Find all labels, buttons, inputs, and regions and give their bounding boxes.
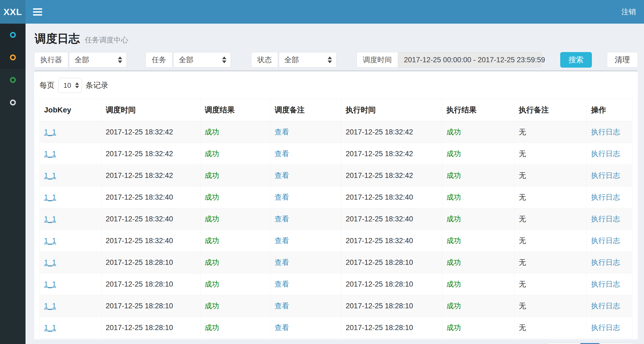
- table-row: 1_12017-12-25 18:32:42成功查看2017-12-25 18:…: [40, 165, 632, 186]
- status-select[interactable]: 全部: [279, 52, 337, 68]
- table-header-row: JobKey调度时间调度结果调度备注执行时间执行结果执行备注操作: [40, 99, 632, 121]
- trigger-msg-link[interactable]: 查看: [275, 193, 289, 201]
- executor-select[interactable]: 全部: [69, 52, 127, 68]
- page-header: 调度日志 任务调度中心: [34, 24, 638, 48]
- sidebar-item-menu-job-manage[interactable]: [0, 46, 26, 69]
- table-footer: 第 1 页 ( 总共 1 页，10 条记录 ) 上页 1 下页: [39, 339, 632, 344]
- circle-o-icon: [10, 32, 16, 38]
- jobkey-link[interactable]: 1_1: [44, 150, 56, 158]
- trigger-msg-link[interactable]: 查看: [275, 128, 289, 136]
- handle-msg-cell: 无: [514, 273, 587, 295]
- handle-msg-cell: 无: [514, 165, 587, 186]
- handle-time-cell: 2017-12-25 18:32:40: [341, 186, 442, 208]
- exec-log-link[interactable]: 执行日志: [591, 280, 620, 288]
- filter-toolbar: 执行器 全部 任务 全部 状态 全部: [34, 52, 638, 68]
- exec-log-link[interactable]: 执行日志: [591, 237, 620, 245]
- trigger-time-cell: 2017-12-25 18:32:42: [101, 165, 200, 186]
- handle-time-cell: 2017-12-25 18:32:40: [341, 230, 442, 252]
- sidebar-item-menu-job-log[interactable]: [0, 69, 26, 91]
- col-header-6: 执行备注: [514, 99, 587, 121]
- trigger-time-cell: 2017-12-25 18:32:42: [101, 121, 200, 143]
- jobkey-link[interactable]: 1_1: [44, 215, 56, 223]
- job-filter-group: 任务 全部: [146, 52, 231, 68]
- jobkey-link[interactable]: 1_1: [44, 193, 56, 201]
- logout-button[interactable]: 注销: [613, 0, 644, 24]
- exec-log-link[interactable]: 执行日志: [591, 258, 620, 266]
- exec-log-link[interactable]: 执行日志: [591, 215, 620, 223]
- jobkey-link[interactable]: 1_1: [44, 258, 56, 266]
- table-row: 1_12017-12-25 18:28:10成功查看2017-12-25 18:…: [40, 317, 632, 339]
- sidebar: [0, 24, 26, 344]
- trigger-time-cell: 2017-12-25 18:28:10: [101, 317, 200, 339]
- handle-time-cell: 2017-12-25 18:32:40: [341, 208, 442, 230]
- per-page-select[interactable]: 10: [58, 78, 82, 93]
- app-logo[interactable]: XXL: [0, 0, 26, 24]
- job-select[interactable]: 全部: [173, 52, 231, 68]
- jobkey-link[interactable]: 1_1: [44, 280, 56, 288]
- trigger-time-cell: 2017-12-25 18:28:10: [101, 273, 200, 295]
- circle-o-icon: [10, 54, 16, 60]
- trigger-msg-link[interactable]: 查看: [275, 324, 289, 332]
- table-row: 1_12017-12-25 18:32:42成功查看2017-12-25 18:…: [40, 121, 632, 143]
- sidebar-item-menu-dashboard[interactable]: [0, 24, 26, 46]
- sidebar-item-menu-executor-manage[interactable]: [0, 91, 26, 114]
- handle-result-cell: 成功: [442, 295, 514, 317]
- sidebar-toggle-icon[interactable]: [33, 7, 42, 17]
- exec-log-link[interactable]: 执行日志: [591, 171, 620, 180]
- executor-filter-label: 执行器: [34, 52, 68, 68]
- handle-msg-cell: 无: [514, 208, 587, 230]
- exec-log-link[interactable]: 执行日志: [591, 150, 620, 158]
- table-row: 1_12017-12-25 18:28:10成功查看2017-12-25 18:…: [40, 295, 632, 317]
- job-log-table: JobKey调度时间调度结果调度备注执行时间执行结果执行备注操作 1_12017…: [39, 99, 632, 339]
- circle-o-icon: [10, 77, 16, 83]
- trigger-msg-link[interactable]: 查看: [275, 280, 289, 288]
- pagination: 上页 1 下页: [547, 343, 632, 344]
- jobkey-link[interactable]: 1_1: [44, 171, 56, 180]
- trigger-result-cell: 成功: [200, 252, 270, 273]
- trigger-msg-link[interactable]: 查看: [275, 237, 289, 245]
- handle-time-cell: 2017-12-25 18:32:42: [341, 165, 442, 186]
- handle-msg-cell: 无: [514, 186, 587, 208]
- table-row: 1_12017-12-25 18:32:40成功查看2017-12-25 18:…: [40, 230, 632, 252]
- jobkey-link[interactable]: 1_1: [44, 128, 56, 136]
- table-row: 1_12017-12-25 18:28:10成功查看2017-12-25 18:…: [40, 252, 632, 273]
- exec-log-link[interactable]: 执行日志: [591, 128, 620, 136]
- handle-msg-cell: 无: [514, 143, 587, 165]
- trigger-time-filter-group: 调度时间 2017-12-25 00:00:00 - 2017-12-25 23…: [357, 52, 542, 68]
- handle-result-cell: 成功: [442, 273, 514, 295]
- handle-time-cell: 2017-12-25 18:28:10: [341, 252, 442, 273]
- handle-time-cell: 2017-12-25 18:28:10: [341, 317, 442, 339]
- main-content: 调度日志 任务调度中心 执行器 全部 任务 全部 状态: [26, 24, 644, 344]
- page-title: 调度日志: [35, 32, 80, 45]
- jobkey-link[interactable]: 1_1: [44, 302, 56, 310]
- trigger-msg-link[interactable]: 查看: [275, 302, 289, 310]
- col-header-5: 执行结果: [442, 99, 514, 121]
- trigger-time-cell: 2017-12-25 18:28:10: [101, 252, 200, 273]
- exec-log-link[interactable]: 执行日志: [591, 324, 620, 332]
- circle-o-icon: [10, 100, 16, 105]
- status-filter-group: 状态 全部: [251, 52, 337, 68]
- col-header-2: 调度结果: [200, 99, 270, 121]
- trigger-time-range-input[interactable]: 2017-12-25 00:00:00 - 2017-12-25 23:59:5…: [398, 52, 542, 68]
- search-button[interactable]: 搜索: [560, 52, 592, 68]
- trigger-msg-link[interactable]: 查看: [275, 258, 289, 266]
- jobkey-link[interactable]: 1_1: [44, 237, 56, 245]
- handle-result-cell: 成功: [442, 121, 514, 143]
- exec-log-link[interactable]: 执行日志: [591, 302, 620, 310]
- trigger-time-cell: 2017-12-25 18:32:42: [101, 143, 200, 165]
- log-table-panel: 每页 10 条记录 JobKey调度时间调度结果调度备注执行时间执行结果执行备注…: [34, 70, 638, 339]
- trigger-msg-link[interactable]: 查看: [275, 171, 289, 180]
- trigger-result-cell: 成功: [200, 121, 270, 143]
- handle-time-cell: 2017-12-25 18:32:42: [341, 143, 442, 165]
- exec-log-link[interactable]: 执行日志: [591, 193, 620, 201]
- handle-result-cell: 成功: [442, 186, 514, 208]
- trigger-msg-link[interactable]: 查看: [275, 150, 289, 158]
- select-stepper-icon: [75, 82, 79, 88]
- clear-button[interactable]: 清理: [607, 52, 638, 68]
- executor-filter-group: 执行器 全部: [34, 52, 127, 68]
- trigger-msg-link[interactable]: 查看: [275, 215, 289, 223]
- table-row: 1_12017-12-25 18:32:42成功查看2017-12-25 18:…: [40, 143, 632, 165]
- top-navbar: XXL 注销: [0, 0, 644, 24]
- jobkey-link[interactable]: 1_1: [44, 324, 56, 332]
- handle-time-cell: 2017-12-25 18:28:10: [341, 273, 442, 295]
